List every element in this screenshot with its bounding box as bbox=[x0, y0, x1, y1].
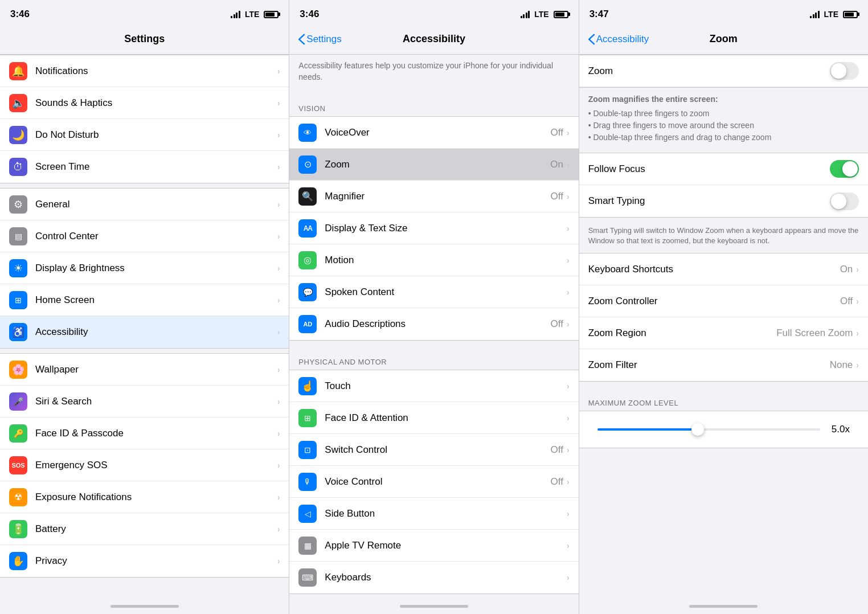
list-item-appletvremote[interactable]: ▦ Apple TV Remote › bbox=[289, 530, 578, 562]
display-label: Display & Brightness bbox=[35, 263, 277, 274]
list-item-notifications[interactable]: 🔔 Notifications › bbox=[0, 55, 289, 87]
touch-label: Touch bbox=[325, 380, 567, 392]
list-item-keyboardshortcuts[interactable]: Keyboard Shortcuts On › bbox=[579, 253, 868, 285]
audiodesc-label: Audio Descriptions bbox=[325, 318, 550, 330]
list-item-touch[interactable]: ☝ Touch › bbox=[289, 370, 578, 402]
home-indicator-3 bbox=[579, 598, 868, 614]
panel-accessibility: 3:46 LTE Settings Accessibility Accessib… bbox=[289, 0, 578, 614]
battery-icon-3 bbox=[843, 11, 858, 18]
voicecontrol-icon: 🎙 bbox=[298, 473, 317, 491]
faceidattn-label: Face ID & Attention bbox=[325, 412, 567, 424]
back-button-3[interactable]: Accessibility bbox=[588, 34, 649, 45]
page-title-2: Accessibility bbox=[403, 33, 465, 45]
zoom-bullet-2: • Drag three fingers to move around the … bbox=[588, 120, 859, 132]
audiodesc-icon: AD bbox=[298, 315, 317, 333]
zoomcontroller-value: Off bbox=[840, 296, 853, 307]
dnd-icon: 🌙 bbox=[9, 126, 27, 144]
zoom-main-toggle[interactable] bbox=[830, 62, 859, 80]
accessibility-description: Accessibility features help you customiz… bbox=[289, 55, 578, 92]
smarttyping-label: Smart Typing bbox=[588, 195, 830, 207]
accessibility-list[interactable]: Accessibility features help you customiz… bbox=[289, 55, 578, 598]
settings-group-2: ⚙ General › ▤ Control Center › ☀ Display… bbox=[0, 188, 289, 349]
list-item-zoom[interactable]: ⊙ Zoom On › bbox=[289, 149, 578, 181]
chevron-notifications: › bbox=[277, 67, 280, 76]
chevron-screentime: › bbox=[277, 162, 280, 171]
list-item-siri[interactable]: 🎤 Siri & Search › bbox=[0, 386, 289, 417]
settings-list-1[interactable]: 🔔 Notifications › 🔈 Sounds & Haptics › 🌙… bbox=[0, 55, 289, 598]
emergencysos-label: Emergency SOS bbox=[35, 460, 277, 471]
list-item-zoomcontroller[interactable]: Zoom Controller Off › bbox=[579, 285, 868, 317]
list-item-smarttyping[interactable]: Smart Typing bbox=[579, 185, 868, 217]
zoomfilter-value: None bbox=[830, 359, 853, 371]
list-item-battery[interactable]: 🔋 Battery › bbox=[0, 513, 289, 545]
followfocus-toggle[interactable] bbox=[830, 160, 859, 178]
emergencysos-icon: SOS bbox=[9, 456, 27, 474]
list-item-zoomregion[interactable]: Zoom Region Full Screen Zoom › bbox=[579, 317, 868, 349]
status-icons-1: LTE bbox=[231, 10, 279, 19]
nav-header-2: Settings Accessibility bbox=[289, 25, 578, 55]
list-item-faceid[interactable]: 🔑 Face ID & Passcode › bbox=[0, 417, 289, 449]
faceid-label: Face ID & Passcode bbox=[35, 428, 277, 439]
back-button-2[interactable]: Settings bbox=[298, 34, 341, 45]
dnd-label: Do Not Disturb bbox=[35, 129, 277, 141]
home-indicator-1 bbox=[0, 598, 289, 614]
zoom-slider-thumb[interactable] bbox=[691, 423, 704, 436]
list-item-display[interactable]: ☀ Display & Brightness › bbox=[0, 252, 289, 284]
voicecontrol-value: Off bbox=[551, 476, 563, 488]
panel-settings: 3:46 LTE Settings 🔔 Notifications › 🔈 So… bbox=[0, 0, 289, 614]
list-item-exposure[interactable]: ☢ Exposure Notifications › bbox=[0, 481, 289, 513]
faceid-icon: 🔑 bbox=[9, 424, 27, 443]
chevron-dnd: › bbox=[277, 130, 280, 140]
voiceover-label: VoiceOver bbox=[325, 127, 550, 138]
list-item-general[interactable]: ⚙ General › bbox=[0, 189, 289, 220]
battery-icon-2 bbox=[554, 11, 568, 18]
zoom-slider-group: 5.0x bbox=[579, 411, 868, 448]
settings-group-3: 🌸 Wallpaper › 🎤 Siri & Search › 🔑 Face I… bbox=[0, 353, 289, 578]
list-item-zoomfilter[interactable]: Zoom Filter None › bbox=[579, 349, 868, 381]
list-item-audiodesc[interactable]: AD Audio Descriptions Off › bbox=[289, 308, 578, 340]
controlcenter-icon: ▤ bbox=[9, 227, 27, 245]
list-item-wallpaper[interactable]: 🌸 Wallpaper › bbox=[0, 354, 289, 386]
list-item-emergencysos[interactable]: SOS Emergency SOS › bbox=[0, 449, 289, 481]
chevron-privacy: › bbox=[277, 556, 280, 566]
homescreen-icon: ⊞ bbox=[9, 291, 27, 309]
list-item-faceidattn[interactable]: ⊞ Face ID & Attention › bbox=[289, 402, 578, 434]
back-label-2: Settings bbox=[306, 34, 341, 45]
list-item-accessibility[interactable]: ♿ Accessibility › bbox=[0, 316, 289, 348]
list-item-spokencontent[interactable]: 💬 Spoken Content › bbox=[289, 276, 578, 308]
list-item-privacy[interactable]: ✋ Privacy › bbox=[0, 545, 289, 577]
list-item-magnifier[interactable]: 🔍 Magnifier Off › bbox=[289, 181, 578, 212]
list-item-voicecontrol[interactable]: 🎙 Voice Control Off › bbox=[289, 466, 578, 498]
zoomregion-value: Full Screen Zoom bbox=[776, 328, 853, 339]
signal-icon-3 bbox=[810, 10, 820, 18]
list-item-controlcenter[interactable]: ▤ Control Center › bbox=[0, 220, 289, 252]
battery-icon-list: 🔋 bbox=[9, 520, 27, 538]
motion-icon: ◎ bbox=[298, 251, 317, 269]
list-item-displaytextsize[interactable]: AA Display & Text Size › bbox=[289, 212, 578, 244]
page-title-3: Zoom bbox=[710, 33, 738, 45]
switchcontrol-label: Switch Control bbox=[325, 444, 550, 456]
list-item-switchcontrol[interactable]: ⊡ Switch Control Off › bbox=[289, 434, 578, 466]
list-item-voiceover[interactable]: 👁 VoiceOver Off › bbox=[289, 117, 578, 149]
accessibility-icon: ♿ bbox=[9, 323, 27, 341]
zoom-settings-list[interactable]: Zoom Zoom magnifies the entire screen: •… bbox=[579, 55, 868, 598]
signal-icon-2 bbox=[521, 10, 530, 18]
sidebutton-label: Side Button bbox=[325, 508, 567, 519]
siri-label: Siri & Search bbox=[35, 396, 277, 407]
list-item-keyboards[interactable]: ⌨ Keyboards › bbox=[289, 562, 578, 593]
list-item-followfocus[interactable]: Follow Focus bbox=[579, 153, 868, 185]
list-item-screentime[interactable]: ⏱ Screen Time › bbox=[0, 151, 289, 183]
displaytextsize-icon: AA bbox=[298, 219, 317, 238]
general-label: General bbox=[35, 199, 277, 210]
list-item-homescreen[interactable]: ⊞ Home Screen › bbox=[0, 284, 289, 316]
list-item-sounds[interactable]: 🔈 Sounds & Haptics › bbox=[0, 87, 289, 119]
exposure-icon: ☢ bbox=[9, 488, 27, 506]
list-item-sidebutton[interactable]: ◁ Side Button › bbox=[289, 498, 578, 530]
display-icon: ☀ bbox=[9, 259, 27, 277]
list-item-motion[interactable]: ◎ Motion › bbox=[289, 244, 578, 276]
smarttyping-toggle[interactable] bbox=[830, 193, 859, 210]
list-item-dnd[interactable]: 🌙 Do Not Disturb › bbox=[0, 119, 289, 151]
zoom-slider-value: 5.0x bbox=[829, 424, 850, 435]
smarttyping-description: Smart Typing will switch to Window Zoom … bbox=[579, 222, 868, 253]
zoom-settings-group2: Keyboard Shortcuts On › Zoom Controller … bbox=[579, 253, 868, 382]
